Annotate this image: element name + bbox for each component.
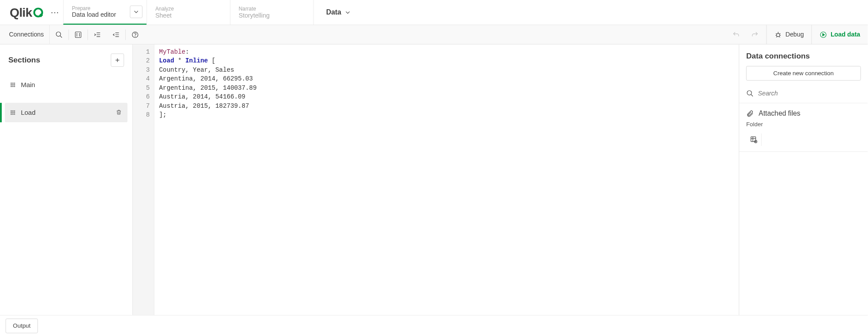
svg-point-37 [11, 112, 12, 113]
svg-line-21 [776, 36, 777, 37]
top-nav: Qlik ⋯ Prepare Data load editor Analyze … [0, 0, 868, 25]
connection-search [739, 86, 868, 103]
section-name: Main [21, 81, 122, 88]
svg-line-18 [779, 33, 780, 34]
create-connection-label: Create new connection [773, 70, 834, 77]
tab-prepare-dropdown[interactable] [130, 6, 142, 18]
more-icon[interactable]: ⋯ [51, 7, 59, 17]
add-section-button[interactable]: + [111, 54, 124, 67]
svg-point-35 [12, 110, 13, 111]
svg-marker-24 [823, 33, 824, 36]
search-icon [746, 90, 754, 97]
attached-files-label: Attached files [759, 110, 800, 117]
svg-point-42 [14, 114, 15, 115]
code-content[interactable]: MyTable:Load * Inline [Country, Year, Sa… [154, 44, 739, 315]
sections-title: Sections [8, 55, 40, 65]
folder-label: Folder [739, 121, 868, 131]
search-button[interactable] [50, 25, 69, 44]
connection-search-input[interactable] [758, 90, 861, 97]
svg-point-27 [14, 83, 15, 84]
undo-icon [732, 31, 740, 38]
main-area: Sections + Main Load 12345678 MyTable:Lo… [0, 44, 868, 315]
debug-button[interactable]: Debug [766, 25, 812, 44]
tab-analyze[interactable]: Analyze Sheet [146, 0, 230, 25]
attachment-icon [746, 110, 754, 117]
connections-toggle[interactable]: Connections [0, 25, 50, 44]
comment-icon [74, 31, 82, 38]
select-data-button[interactable] [746, 133, 762, 146]
svg-point-41 [12, 114, 13, 115]
code-editor[interactable]: 12345678 MyTable:Load * Inline [Country,… [133, 44, 739, 315]
outdent-button[interactable] [107, 25, 126, 44]
tab-analyze-label-bottom: Sheet [155, 11, 222, 19]
output-label: Output [13, 322, 30, 329]
load-data-label: Load data [831, 31, 860, 38]
output-button[interactable]: Output [6, 318, 38, 333]
tab-narrate[interactable]: Narrate Storytelling [230, 0, 314, 25]
svg-point-25 [11, 83, 12, 84]
chevron-down-icon [346, 10, 350, 15]
section-name: Load [21, 109, 110, 116]
trash-icon [116, 109, 122, 116]
svg-point-29 [12, 84, 13, 85]
create-connection-button[interactable]: Create new connection [746, 66, 861, 80]
svg-point-33 [14, 86, 15, 87]
logo-area: Qlik ⋯ [0, 0, 63, 25]
svg-point-36 [14, 110, 15, 111]
undo-button[interactable] [727, 31, 746, 38]
tab-narrate-label-top: Narrate [239, 6, 305, 11]
attached-files-row[interactable]: Attached files [739, 103, 868, 121]
svg-point-39 [14, 112, 15, 113]
data-connections-title: Data connections [739, 44, 868, 66]
svg-line-3 [60, 36, 62, 37]
tab-prepare[interactable]: Prepare Data load editor [63, 0, 147, 25]
svg-point-2 [56, 32, 61, 36]
qlik-logo: Qlik [10, 5, 43, 19]
svg-line-17 [776, 33, 777, 34]
data-connections-panel: Data connections Create new connection A… [739, 44, 868, 315]
svg-point-30 [14, 84, 15, 85]
table-select-icon [750, 136, 757, 143]
grip-icon [11, 82, 15, 87]
sections-panel: Sections + Main Load [0, 44, 133, 315]
help-button[interactable] [126, 25, 145, 44]
tab-prepare-label-bottom: Data load editor [72, 11, 139, 18]
indent-button[interactable] [88, 25, 107, 44]
chevron-down-icon [134, 9, 139, 14]
section-item-main[interactable]: Main [5, 75, 128, 95]
section-item-load[interactable]: Load [5, 103, 128, 122]
debug-label: Debug [785, 31, 804, 38]
outdent-icon [112, 31, 120, 38]
svg-line-22 [779, 36, 780, 37]
svg-point-43 [747, 91, 751, 95]
redo-icon [751, 31, 759, 38]
redo-button[interactable] [745, 31, 764, 38]
svg-point-38 [12, 112, 13, 113]
load-data-button[interactable]: Load data [811, 25, 868, 44]
bug-icon [774, 31, 782, 38]
comment-button[interactable] [69, 25, 88, 44]
line-gutter: 12345678 [133, 44, 154, 315]
grip-icon [11, 110, 15, 115]
svg-point-34 [11, 110, 12, 111]
play-circle-icon [820, 31, 827, 38]
svg-point-31 [11, 86, 12, 87]
svg-point-14 [135, 36, 135, 37]
indent-icon [94, 31, 101, 38]
tab-analyze-label-top: Analyze [155, 6, 222, 11]
svg-point-40 [11, 114, 12, 115]
svg-point-28 [11, 84, 12, 85]
svg-point-32 [12, 86, 13, 87]
tab-prepare-label-top: Prepare [72, 5, 139, 11]
svg-point-26 [12, 83, 13, 84]
delete-section-button[interactable] [116, 109, 122, 117]
data-dropdown[interactable]: Data [314, 0, 363, 25]
toolbar: Connections Debug Load data [0, 25, 868, 44]
footer: Output [0, 315, 868, 336]
search-icon [55, 31, 63, 38]
svg-point-15 [777, 33, 780, 37]
tab-narrate-label-bottom: Storytelling [239, 11, 305, 19]
connections-label: Connections [9, 31, 44, 38]
data-dropdown-label: Data [326, 8, 341, 16]
svg-rect-4 [75, 32, 81, 37]
